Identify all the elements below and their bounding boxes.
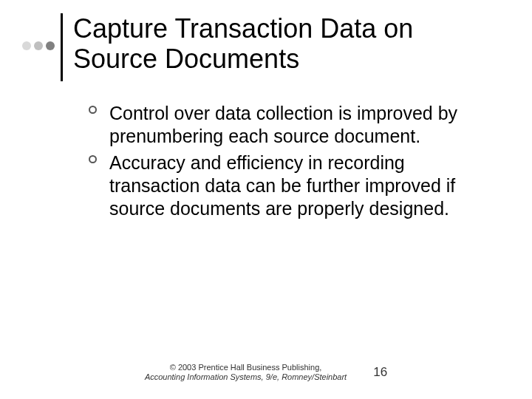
- decorative-dots: [22, 41, 55, 50]
- dot-icon: [34, 41, 43, 50]
- copyright-line2: Accounting Information Systems, 9/e, Rom…: [145, 372, 347, 383]
- dot-icon: [46, 41, 55, 50]
- copyright-text: © 2003 Prentice Hall Business Publishing…: [145, 363, 347, 383]
- slide-footer: © 2003 Prentice Hall Business Publishing…: [0, 363, 532, 383]
- bullet-list: Control over data collection is improved…: [89, 102, 488, 220]
- dot-icon: [22, 41, 31, 50]
- list-item: Accuracy and efficiency in recording tra…: [89, 151, 488, 221]
- slide-header: Capture Transaction Data on Source Docum…: [0, 0, 532, 81]
- bullet-text: Accuracy and efficiency in recording tra…: [109, 152, 455, 219]
- bullet-icon: [89, 106, 97, 114]
- copyright-line1: © 2003 Prentice Hall Business Publishing…: [145, 363, 347, 373]
- bullet-icon: [89, 155, 97, 163]
- page-number: 16: [373, 365, 387, 380]
- list-item: Control over data collection is improved…: [89, 102, 488, 149]
- slide-title: Capture Transaction Data on Source Docum…: [73, 13, 487, 75]
- vertical-divider: [61, 13, 63, 81]
- slide-content: Control over data collection is improved…: [0, 81, 532, 220]
- bullet-text: Control over data collection is improved…: [109, 103, 457, 146]
